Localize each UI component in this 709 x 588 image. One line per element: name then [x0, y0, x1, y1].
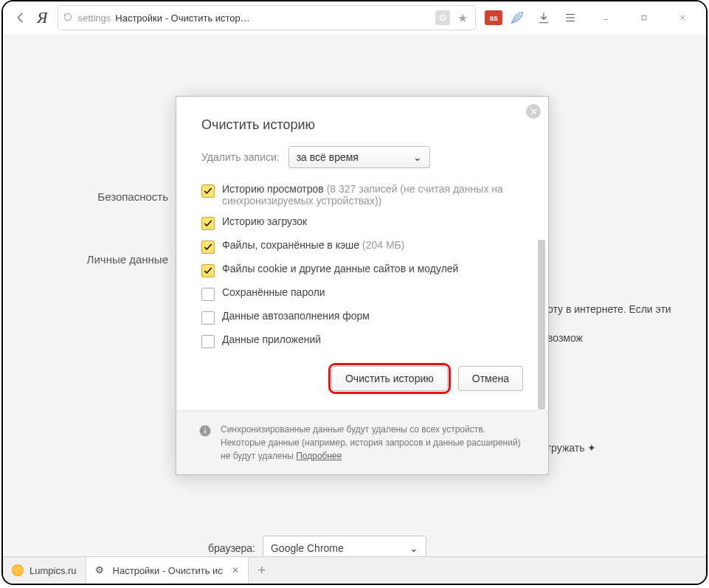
clear-option[interactable]: Данные автозаполнения форм: [201, 305, 523, 329]
time-range-select[interactable]: за всё время ⌄: [288, 146, 430, 168]
dialog-scrollbar[interactable]: [538, 240, 545, 461]
clear-history-dialog: ✕ Очистить историю Удалить записи: за вс…: [176, 96, 549, 475]
tab-title: Lumpics.ru: [30, 565, 77, 576]
option-label: Файлы, сохранённые в кэше: [222, 239, 359, 251]
downloads-button[interactable]: [530, 4, 557, 31]
puzzle-icon: ✦: [587, 442, 596, 454]
svg-rect-2: [204, 430, 206, 434]
clear-option[interactable]: Историю просмотров (8 327 записей (не сч…: [201, 179, 523, 211]
background-text: оту в интернете. Если эти возмож гружать…: [547, 295, 706, 557]
option-label: Файлы cookie и другие данные сайтов и мо…: [222, 263, 458, 274]
svg-rect-0: [642, 15, 646, 20]
range-label: Удалить записи:: [201, 151, 280, 163]
address-title: Настройки - Очистить истор…: [115, 13, 431, 24]
address-segment: settings: [77, 13, 111, 24]
bookmark-star-icon[interactable]: ★: [457, 11, 468, 25]
dialog-close-button[interactable]: ✕: [526, 104, 541, 119]
option-hint: (204 МБ): [362, 239, 404, 251]
extension-badge[interactable]: as: [485, 10, 502, 25]
import-row: браузера: Google Chrome ⌄: [208, 536, 426, 557]
menu-button[interactable]: [557, 4, 584, 31]
sun-icon: [12, 564, 24, 576]
checkbox[interactable]: [201, 184, 215, 198]
chevron-down-icon: ⌄: [413, 151, 422, 163]
option-label: Историю просмотров: [222, 183, 324, 195]
dialog-title: Очистить историю: [176, 117, 548, 146]
tab-close-icon[interactable]: ✕: [232, 565, 239, 575]
import-browser-select[interactable]: Google Chrome ⌄: [263, 536, 426, 557]
chevron-down-icon: ⌄: [409, 542, 418, 554]
checkbox[interactable]: [201, 264, 215, 277]
browser-tab[interactable]: ⚙Настройки - Очистить ис✕: [86, 557, 249, 584]
back-button[interactable]: [7, 4, 34, 31]
clear-option[interactable]: Файлы cookie и другие данные сайтов и мо…: [201, 258, 523, 282]
info-icon: [198, 424, 212, 437]
tab-bar: Lumpics.ru⚙Настройки - Очистить ис✕+: [3, 556, 706, 584]
learn-more-link[interactable]: Подробнее: [296, 451, 342, 461]
browser-toolbar: Я settings Настройки - Очистить истор… O…: [3, 1, 706, 34]
window-maximize[interactable]: [635, 4, 653, 31]
checkbox[interactable]: [201, 311, 215, 325]
option-label: Историю загрузок: [222, 215, 307, 227]
checkbox[interactable]: [201, 288, 215, 301]
clear-option[interactable]: Историю загрузок: [201, 211, 523, 235]
yandex-logo[interactable]: Я: [37, 8, 47, 27]
svg-rect-3: [204, 428, 206, 429]
option-label: Данные автозаполнения форм: [222, 310, 370, 322]
checkbox[interactable]: [201, 217, 215, 230]
protect-badge[interactable]: O: [435, 10, 450, 25]
browser-tab[interactable]: Lumpics.ru: [3, 557, 86, 584]
window-minimize[interactable]: [597, 4, 615, 31]
clear-history-button[interactable]: Очистить историю: [331, 366, 448, 391]
clear-options-list: Историю просмотров (8 327 записей (не сч…: [176, 179, 548, 353]
import-label: браузера:: [208, 542, 255, 554]
checkbox[interactable]: [201, 335, 215, 348]
sidebar-item-personal[interactable]: Личные данные: [3, 247, 195, 271]
checkbox[interactable]: [201, 241, 215, 254]
tab-title: Настройки - Очистить ис: [113, 565, 223, 576]
clear-option[interactable]: Данные приложений: [201, 329, 523, 353]
clear-option[interactable]: Файлы, сохранённые в кэше (204 МБ): [201, 235, 523, 258]
gear-icon: ⚙: [95, 564, 107, 576]
feather-icon[interactable]: [504, 4, 530, 31]
reload-icon[interactable]: [63, 12, 73, 24]
address-bar[interactable]: settings Настройки - Очистить истор… O ★: [58, 5, 476, 30]
clear-option[interactable]: Сохранённые пароли: [201, 282, 523, 305]
new-tab-button[interactable]: +: [249, 557, 275, 584]
option-label: Сохранённые пароли: [222, 286, 325, 298]
window-close[interactable]: [674, 4, 691, 31]
cancel-button[interactable]: Отмена: [458, 366, 523, 391]
sidebar-item-security[interactable]: Безопасность: [3, 184, 195, 209]
option-label: Данные приложений: [222, 333, 321, 345]
dialog-footer: Синхронизированные данные будут удалены …: [176, 410, 548, 474]
